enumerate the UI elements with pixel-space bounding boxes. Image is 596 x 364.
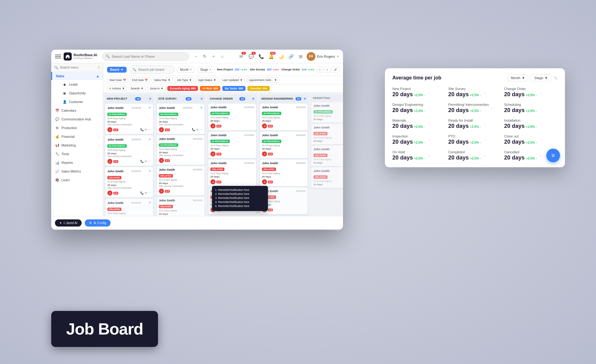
add-card-btn[interactable]: + — [201, 96, 203, 101]
last-updated-filter[interactable]: Last Updated ▼ — [220, 78, 245, 83]
sidebar-item-production[interactable]: ⚙ Production › — [51, 124, 103, 132]
job-card[interactable]: John Smith 10/10/24 IN PROGRESS SLA Days… — [208, 104, 256, 130]
sidebar-search[interactable]: 🔍 ✕ — [51, 63, 103, 72]
sidebar-item-communication[interactable]: 💬 Communication Hub — [51, 115, 103, 124]
email-icon[interactable]: ✉ 2 — [237, 52, 245, 61]
more-action[interactable]: ⋯ — [200, 128, 202, 131]
start-date-filter[interactable]: Start Date 📅 — [107, 78, 128, 83]
phone-icon[interactable]: 📞 — [257, 52, 265, 61]
expand-button[interactable]: ⤢ — [332, 66, 339, 73]
metric-arrow[interactable]: › — [540, 122, 541, 126]
sidebar-search-input[interactable] — [60, 66, 96, 69]
job-card[interactable]: John Smith 10/10/24 + DELAYED SLA Days A… — [105, 167, 153, 197]
sidebar-item-financial[interactable]: 💰 Financial › — [51, 132, 103, 141]
email-action[interactable]: ✉ — [145, 191, 147, 195]
user-profile[interactable]: ER Erin Rogers ▼ — [307, 52, 339, 61]
actions-dropdown[interactable]: ≡ Actions ▼ — [107, 86, 127, 91]
bell-icon[interactable]: 🔔 123 — [267, 52, 275, 61]
sidebar-item-customer[interactable]: 👤 Customer — [59, 97, 103, 106]
more-action[interactable]: ⋯ — [148, 128, 151, 131]
top-search-bar[interactable]: 🔍 — [102, 52, 189, 61]
sidebar-item-reports[interactable]: 📊 Reports — [51, 158, 103, 167]
job-card[interactable]: John Smith 10/10/24 DELAYED SLA Days Agi… — [260, 160, 308, 186]
config-button[interactable]: ⚙ ⚙ Config — [85, 219, 111, 227]
link-icon[interactable]: 🔗 — [287, 52, 295, 61]
my-tasks-badge[interactable]: My Tasks 999 — [222, 86, 246, 91]
appt-status-filter[interactable]: Appt Status ▼ — [196, 78, 218, 83]
month-filter[interactable]: Month ▼ — [177, 67, 195, 73]
job-card[interactable]: John Smith IN PROGRESS SLA Days Aging 20… — [311, 102, 343, 123]
fab-button[interactable]: ≡ — [546, 149, 560, 162]
boards-dropdown[interactable]: Boards ▼ — [129, 86, 146, 91]
back-button[interactable]: ← — [193, 53, 200, 60]
phone-action[interactable]: 📞 — [140, 191, 144, 195]
end-date-filter[interactable]: End Date 📅 — [130, 78, 150, 83]
chat-icon[interactable]: 💬 2 — [247, 52, 255, 61]
job-search-input[interactable] — [138, 68, 171, 71]
more-action[interactable]: ⋯ — [148, 191, 151, 195]
jump-to-dropdown[interactable]: Jump to ▼ — [147, 86, 165, 91]
job-card[interactable]: John Smith 10/10/24 IN PROGRESS SLA Days… — [260, 104, 308, 130]
sidebar-item-tools[interactable]: 🔧 Tools › — [51, 150, 103, 158]
metric-arrow[interactable]: › — [428, 122, 430, 126]
phone-action[interactable]: 📞 — [140, 128, 144, 131]
next-button[interactable]: › — [324, 66, 330, 73]
job-card[interactable]: John Smith 10/10/24 IN PROGRESS SLA Days… — [260, 132, 308, 158]
metric-arrow[interactable]: › — [491, 106, 493, 110]
metric-arrow[interactable]: › — [484, 138, 485, 142]
job-card[interactable]: John Smith DELAYED SLA Days Aging 20 day… — [311, 167, 343, 188]
sidebar-item-calendars[interactable]: 📅 Calendars — [51, 106, 103, 115]
metric-arrow[interactable]: › — [540, 154, 541, 158]
job-card[interactable]: John Smith 10/10/24 IN PROGRESS SLA Days… — [157, 135, 205, 165]
sidebar-item-learn[interactable]: 📚 Learn — [51, 176, 103, 184]
sales-rep-filter[interactable]: Sales Rep ▼ — [152, 78, 173, 83]
jared-ai-button[interactable]: ✦ + Jared AI — [55, 219, 82, 227]
email-action[interactable]: ✉ — [145, 160, 147, 163]
job-card[interactable]: John Smith 10/10/24 + IN PROGRESS SLA Da… — [105, 104, 153, 134]
job-card[interactable]: John Smith 10/10/24 DELAYED SLA Days Agi… — [157, 166, 205, 195]
moon-icon[interactable]: 🌙 — [277, 52, 285, 61]
metric-arrow[interactable]: › — [540, 106, 541, 110]
sidebar-item-metrics[interactable]: 📈 Sales Metrics — [51, 167, 103, 176]
refresh-button[interactable]: ↻ — [201, 53, 208, 60]
job-card[interactable]: John Smith 10/10/24 IN PROGRESS SLA Days… — [208, 132, 256, 158]
metric-arrow[interactable]: › — [484, 154, 485, 158]
job-card[interactable]: John Smith 10/10/24 + IN PROGRESS SLA Da… — [157, 104, 205, 134]
exceeds-aging-badge[interactable]: Exceeds Aging 999 — [167, 86, 198, 91]
job-card[interactable]: John Smith 10/10/24 DELAYED SLA Days Agi… — [208, 160, 256, 186]
home-button[interactable]: ⌂ — [219, 53, 226, 60]
phone-action[interactable]: 📞 — [192, 128, 195, 131]
hamburger-menu[interactable] — [55, 53, 61, 60]
metric-arrow[interactable]: › — [428, 91, 430, 94]
card-add-btn[interactable]: + — [149, 106, 151, 110]
more-action[interactable]: ⋯ — [148, 160, 151, 163]
job-card[interactable]: John Smith DELAYED SLA Days Aging 20 day… — [311, 124, 343, 144]
appointment-settings-filter[interactable]: Appointment Setti... ▼ — [247, 78, 279, 83]
metric-arrow[interactable]: › — [484, 122, 485, 126]
card-add-btn[interactable]: + — [149, 169, 151, 173]
metric-arrow[interactable]: › — [428, 138, 430, 142]
panel-close-button[interactable]: ⤡ — [554, 75, 558, 80]
stage-filter[interactable]: Stage ▼ — [197, 67, 214, 73]
metric-arrow[interactable]: › — [484, 91, 485, 94]
metric-arrow[interactable]: › — [540, 138, 541, 142]
sidebar-item-marketing[interactable]: 📢 Marketing › — [51, 141, 103, 150]
prev-button[interactable]: ‹ — [317, 66, 323, 73]
job-card[interactable]: John Smith DELAYED SLA Days Aging 20 day… — [311, 146, 343, 166]
job-type-filter[interactable]: Job Type ▼ — [175, 78, 194, 83]
phone-action[interactable]: 📞 — [140, 160, 144, 163]
sidebar-item-opportunity[interactable]: ◉ Opportunity — [59, 89, 103, 97]
metric-arrow[interactable]: › — [540, 91, 541, 94]
panel-month-filter[interactable]: Month ▼ — [508, 74, 528, 81]
add-button[interactable]: + — [210, 53, 217, 60]
sidebar-item-sales[interactable]: Sales ▲ — [51, 72, 103, 80]
grid-icon[interactable]: ⊞ — [297, 52, 305, 61]
email-action[interactable]: ✉ — [196, 128, 199, 131]
card-add-btn[interactable]: + — [149, 137, 151, 142]
overdue-badge[interactable]: Overdue 999 — [247, 86, 270, 91]
add-card-btn[interactable]: + — [304, 96, 306, 101]
card-add-btn[interactable]: + — [149, 200, 151, 205]
add-card-btn[interactable]: + — [252, 96, 255, 101]
panel-stage-filter[interactable]: Stage ▼ — [531, 74, 551, 81]
job-board-search[interactable]: 🔍 — [129, 65, 175, 74]
